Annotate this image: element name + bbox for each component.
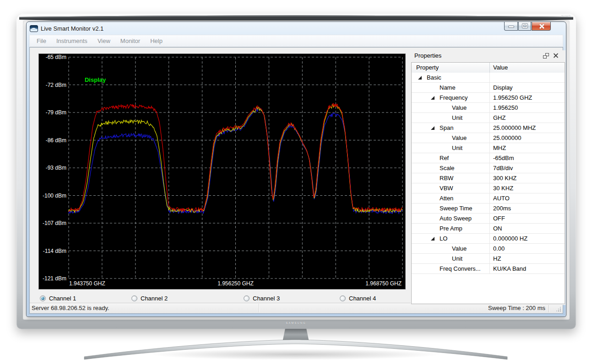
property-label: Pre Amp	[440, 225, 462, 232]
y-axis-tick-label: -65 dBm	[46, 54, 66, 60]
property-value: 200ms	[493, 205, 511, 212]
property-label: VBW	[440, 185, 453, 192]
status-divider	[549, 304, 549, 312]
y-axis-tick-label: -114 dBm	[43, 248, 66, 254]
property-label: Unit	[452, 255, 462, 262]
x-axis-tick-label: 1.956250 GHZ	[217, 280, 254, 287]
channel-radio-1[interactable]: Channel 1	[40, 294, 76, 303]
properties-table: Property Value BasicNameDisplayFrequency…	[411, 62, 565, 304]
property-row[interactable]: VBW30 KHZ	[412, 183, 565, 193]
property-label: Freq Convers...	[440, 265, 481, 272]
property-value: GHZ	[493, 114, 505, 121]
monitor-brand-logo: SAMSUNG	[0, 321, 592, 324]
property-label: Span	[440, 124, 453, 131]
property-row[interactable]: UnitMHZ	[412, 143, 565, 153]
channel-radio-4[interactable]: Channel 4	[340, 294, 376, 303]
property-label: Auto Sweep	[440, 215, 472, 222]
float-dock-icon[interactable]	[543, 53, 549, 59]
property-value: 300 KHZ	[493, 175, 516, 182]
properties-header[interactable]: Properties	[411, 50, 565, 61]
property-row[interactable]: Frequency1.956250 GHZ	[412, 93, 565, 103]
floor-shadow	[137, 348, 453, 360]
x-axis-tick-label: 1.943750 GHZ	[69, 280, 105, 287]
y-axis-tick-label: -121 dBm	[43, 275, 66, 282]
property-row[interactable]: Basic	[412, 73, 565, 83]
maximize-icon	[522, 24, 527, 28]
close-dock-icon[interactable]	[553, 53, 559, 59]
menu-monitor[interactable]: Monitor	[115, 37, 145, 44]
sweep-time-text: Sweep Time : 200 ms	[488, 305, 545, 311]
display-annotation: Display	[85, 76, 106, 83]
property-label: Sweep Time	[440, 205, 473, 212]
property-row[interactable]: NameDisplay	[412, 83, 565, 93]
property-value: MHZ	[493, 145, 506, 151]
radio-icon	[340, 295, 346, 301]
property-row[interactable]: UnitHZ	[412, 254, 565, 264]
menu-instruments[interactable]: Instruments	[51, 37, 92, 44]
channel-radio-3[interactable]: Channel 3	[244, 294, 280, 303]
property-value: 7dB/div	[493, 165, 513, 171]
property-value: 1.956250	[493, 104, 518, 111]
property-label: Unit	[452, 145, 462, 151]
spectrum-plot: -65 dBm-72 dBm-79 dBm-86 dBm-93 dBm-100 …	[38, 54, 406, 289]
y-axis-tick-label: -72 dBm	[46, 82, 66, 88]
property-row[interactable]: AttenAUTO	[412, 193, 565, 203]
property-label: LO	[440, 235, 447, 242]
property-value: -65dBm	[493, 155, 514, 161]
property-row[interactable]: Ref-65dBm	[412, 153, 565, 163]
property-row[interactable]: Value25.000000	[412, 133, 565, 143]
property-row[interactable]: Sweep Time200ms	[412, 203, 565, 214]
property-row[interactable]: Value0.00	[412, 244, 565, 254]
property-value: 30 KHZ	[493, 185, 513, 192]
property-value: 0.00	[493, 245, 505, 252]
y-axis-tick-label: -93 dBm	[46, 165, 66, 171]
property-row[interactable]: Freq Convers...KU/KA Band	[412, 264, 565, 274]
property-row[interactable]: UnitGHZ	[412, 113, 565, 123]
resize-grip[interactable]	[555, 306, 561, 311]
property-label: Value	[452, 134, 467, 141]
expand-triangle-icon[interactable]	[431, 96, 434, 100]
title-bar[interactable]: Live Smart Monitor v2.1	[27, 22, 566, 35]
property-label: Atten	[440, 195, 453, 202]
radio-icon	[244, 295, 250, 301]
monitor-badge: SUHD	[561, 15, 571, 17]
menu-file[interactable]: File	[32, 37, 51, 44]
property-row[interactable]: Scale7dB/div	[412, 163, 565, 173]
properties-table-header: Property Value	[412, 63, 565, 73]
menu-help[interactable]: Help	[145, 37, 168, 44]
property-label: Value	[452, 104, 467, 111]
property-value: OFF	[493, 215, 505, 222]
property-row[interactable]: RBW300 KHZ	[412, 173, 565, 183]
expand-triangle-icon[interactable]	[431, 126, 434, 130]
close-icon	[539, 23, 545, 29]
column-divider[interactable]	[489, 63, 490, 73]
expand-triangle-icon[interactable]	[431, 237, 434, 241]
close-button[interactable]	[532, 22, 551, 31]
property-row[interactable]: Span25.000000 MHZ	[412, 123, 565, 133]
property-value: HZ	[493, 255, 501, 262]
property-label: Value	[452, 245, 467, 252]
property-value: Display	[493, 84, 513, 91]
property-row[interactable]: Value1.956250	[412, 103, 565, 113]
client-area: -65 dBm-72 dBm-79 dBm-86 dBm-93 dBm-100 …	[29, 47, 563, 314]
minimize-button[interactable]	[504, 22, 518, 31]
channel-label: Channel 2	[141, 295, 168, 302]
property-row[interactable]: Auto SweepOFF	[412, 214, 565, 224]
property-value: 0.000000 HZ	[493, 235, 527, 242]
app-window: Live Smart Monitor v2.1 FileInstrumentsV…	[26, 21, 566, 317]
y-axis-tick-label: -86 dBm	[46, 137, 66, 144]
channel-radio-2[interactable]: Channel 2	[131, 294, 168, 303]
y-axis-tick-label: -107 dBm	[43, 220, 66, 226]
property-label: Ref	[440, 155, 449, 161]
maximize-button[interactable]	[518, 22, 531, 31]
spectrum-chart: -65 dBm-72 dBm-79 dBm-86 dBm-93 dBm-100 …	[39, 54, 405, 289]
column-header-property[interactable]: Property	[416, 64, 439, 71]
property-row[interactable]: Pre AmpON	[412, 224, 565, 234]
expand-triangle-icon[interactable]	[418, 76, 422, 80]
column-header-value[interactable]: Value	[493, 64, 508, 71]
app-icon[interactable]	[30, 25, 38, 32]
property-label: Name	[440, 84, 456, 91]
radio-icon	[131, 295, 137, 301]
property-row[interactable]: LO0.000000 HZ	[412, 234, 565, 244]
menu-view[interactable]: View	[92, 37, 115, 44]
